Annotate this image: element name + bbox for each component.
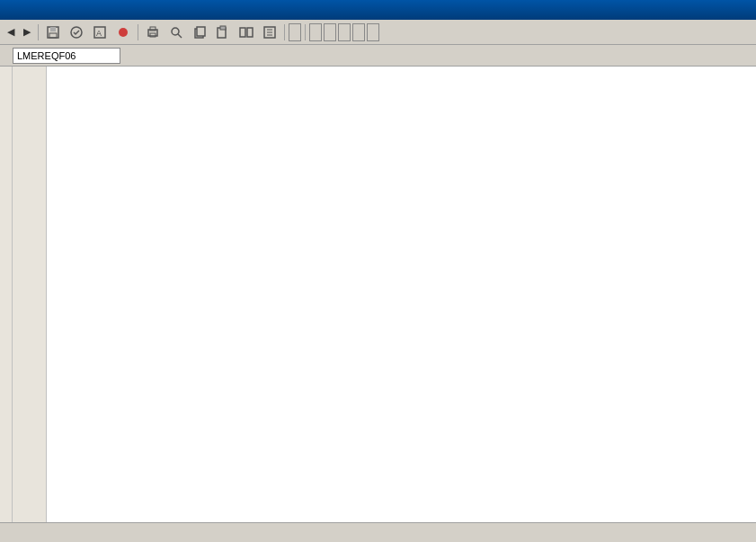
- editor-container: [0, 67, 756, 522]
- package-field[interactable]: [13, 48, 120, 64]
- svg-rect-15: [220, 26, 226, 30]
- svg-line-11: [178, 34, 182, 38]
- debug-button[interactable]: [112, 22, 134, 42]
- svg-rect-16: [240, 28, 245, 37]
- svg-point-10: [172, 28, 179, 35]
- mode-button[interactable]: [289, 23, 301, 41]
- svg-rect-1: [50, 27, 56, 31]
- activate-button[interactable]: A: [89, 22, 111, 42]
- compare-button[interactable]: [236, 22, 257, 42]
- toolbar: ◀ ▶ A: [0, 20, 756, 45]
- delete-button[interactable]: [338, 23, 351, 41]
- check-button[interactable]: [66, 22, 87, 42]
- code-area[interactable]: [47, 67, 756, 522]
- paste-button[interactable]: [212, 22, 234, 42]
- print-button[interactable]: [142, 22, 164, 42]
- forward-button[interactable]: ▶: [20, 22, 34, 42]
- status-bar: [0, 522, 756, 542]
- back-button[interactable]: ◀: [4, 22, 18, 42]
- breakpoint-col: [0, 67, 13, 522]
- svg-text:A: A: [96, 29, 102, 38]
- title-bar: [0, 0, 756, 20]
- text-elem-button[interactable]: [367, 23, 379, 41]
- svg-rect-13: [197, 27, 205, 36]
- undo-button[interactable]: [352, 23, 365, 41]
- svg-rect-17: [247, 28, 253, 37]
- svg-point-6: [119, 28, 128, 37]
- save-button[interactable]: [42, 22, 64, 42]
- line-numbers: [13, 67, 47, 522]
- info-bar: [0, 45, 756, 67]
- copy-button[interactable]: [189, 22, 210, 42]
- options-button[interactable]: [259, 22, 280, 42]
- find-button[interactable]: [165, 22, 187, 42]
- replace-button[interactable]: [324, 23, 336, 41]
- insert-button[interactable]: [309, 23, 322, 41]
